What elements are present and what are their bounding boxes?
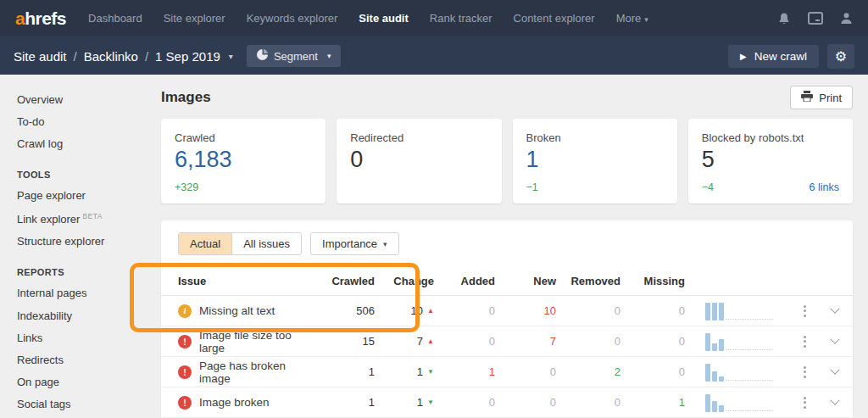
sidebar-item-todo[interactable]: To-do [17,110,148,132]
new-crawl-label: New crawl [754,50,807,63]
card-label: Crawled [175,131,312,144]
sidebar-item-crawl-log[interactable]: Crawl log [17,132,148,154]
history-sparkline [685,302,785,320]
card-blocked-by-robots: Blocked by robots.txt 5 −4 6 links [688,119,853,203]
new-crawl-button[interactable]: ▶ New crawl [728,45,819,68]
tab-actual[interactable]: Actual [179,233,231,254]
col-missing: Missing [620,275,685,287]
top-nav-items: Dashboard Site explorer Keywords explore… [88,12,777,25]
added-value: 1 [434,365,495,378]
gear-icon: ⚙ [835,48,847,64]
error-icon: ! [178,335,192,348]
nav-content-explorer[interactable]: Content explorer [514,12,595,25]
col-change: Change [375,275,434,287]
issue-name[interactable]: Missing alt text [199,304,275,317]
logo-letter-a: a [15,8,25,28]
sidebar-item-structure-explorer[interactable]: Structure explorer [17,230,148,252]
change-value: 7 [417,335,423,348]
card-label: Blocked by robots.txt [702,131,839,144]
segment-button[interactable]: Segment ▾ [247,45,342,67]
new-value: 0 [495,396,556,409]
change-value: 10 [411,304,423,317]
sidebar-item-social-tags[interactable]: Social tags [17,393,148,415]
sidebar-item-internal-pages[interactable]: Internal pages [17,282,148,304]
col-new: New [495,275,556,287]
sidebar-item-overview[interactable]: Overview [17,88,148,110]
importance-label: Importance [322,237,377,250]
nav-keywords-explorer[interactable]: Keywords explorer [247,12,338,25]
print-button[interactable]: Print [790,86,853,109]
user-icon[interactable] [840,12,853,25]
sidebar-item-links[interactable]: Links [17,326,148,348]
card-value: 6,183 [175,147,312,173]
card-delta: −4 [702,181,714,193]
trend-arrow-icon [427,338,434,345]
main-area: Images Print Crawled 6,183 +329 Redirect… [148,75,868,418]
chevron-down-icon: ▾ [327,52,331,60]
nav-dashboard[interactable]: Dashboard [88,12,142,25]
error-icon: ! [178,396,192,410]
settings-button[interactable]: ⚙ [827,44,854,69]
card-broken: Broken 1 −1 [513,119,677,203]
issues-table: Issue Crawled Change Added New Removed M… [161,267,853,418]
table-row-image-file-size: !Image file size too large 15 7 0 7 0 0 [161,326,853,357]
card-value: 1 [526,147,664,173]
importance-dropdown[interactable]: Importance ▾ [310,232,399,255]
project-bar: Site audit / Backlinko / 1 Sep 2019 ▾ Se… [0,37,868,75]
screen-icon[interactable] [808,12,823,25]
breadcrumb-site-audit[interactable]: Site audit [14,49,67,64]
col-removed: Removed [556,275,620,287]
issues-panel: Actual All issues Importance ▾ Issue Cra… [161,220,853,418]
crawled-value: 15 [300,335,375,348]
issue-name[interactable]: Page has broken image [199,359,300,385]
expand-chevron-icon[interactable] [830,334,839,343]
nav-site-audit[interactable]: Site audit [359,12,409,25]
tab-all-issues[interactable]: All issues [231,233,301,254]
missing-value: 1 [620,396,685,409]
card-crawled: Crawled 6,183 +329 [161,119,326,203]
chevron-down-icon[interactable]: ▾ [229,52,233,61]
change-value: 1 [417,365,423,378]
ahrefs-logo[interactable]: ahrefs [15,8,66,29]
card-label: Broken [526,131,664,144]
kebab-menu-icon[interactable] [792,302,817,320]
kebab-menu-icon[interactable] [792,393,817,412]
print-label: Print [819,92,842,104]
col-issue: Issue [161,275,300,287]
missing-value: 0 [620,335,685,348]
nav-rank-tracker[interactable]: Rank tracker [430,12,492,25]
table-header-row: Issue Crawled Change Added New Removed M… [161,267,853,296]
added-value: 0 [434,304,495,317]
sidebar-section-reports: REPORTS [17,263,148,282]
history-sparkline [685,332,785,351]
sidebar-item-on-page[interactable]: On page [17,371,148,393]
kebab-menu-icon[interactable] [792,332,817,351]
breadcrumb-project[interactable]: Backlinko [84,49,138,64]
added-value: 0 [434,335,495,348]
breadcrumb-separator: / [74,49,77,64]
card-label: Redirected [350,131,487,144]
history-sparkline [685,363,785,382]
issue-name[interactable]: Image file size too large [199,329,300,354]
sidebar-item-indexability[interactable]: Indexability [17,304,148,326]
page-content: Overview To-do Crawl log TOOLS Page expl… [0,75,868,418]
links-link[interactable]: 6 links [810,181,839,193]
sidebar-item-page-explorer[interactable]: Page explorer [17,185,148,207]
sidebar: Overview To-do Crawl log TOOLS Page expl… [0,75,148,418]
breadcrumb-crawl-date[interactable]: 1 Sep 2019 [155,49,220,64]
expand-chevron-icon[interactable] [830,365,839,374]
nav-site-explorer[interactable]: Site explorer [164,12,225,25]
expand-chevron-icon[interactable] [830,304,839,313]
logo-rest: hrefs [25,8,66,28]
bell-icon[interactable] [777,12,791,25]
nav-more[interactable]: More▾ [616,12,648,25]
expand-chevron-icon[interactable] [830,395,839,404]
page-title: Images [161,89,211,106]
issue-name[interactable]: Image broken [199,396,270,409]
kebab-menu-icon[interactable] [792,363,817,382]
play-icon: ▶ [740,52,747,61]
sidebar-item-redirects[interactable]: Redirects [17,348,148,371]
sidebar-item-link-explorer[interactable]: Link explorerBETA [17,207,148,231]
missing-value: 0 [620,365,685,378]
stat-cards: Crawled 6,183 +329 Redirected 0 Broken 1… [161,119,853,203]
